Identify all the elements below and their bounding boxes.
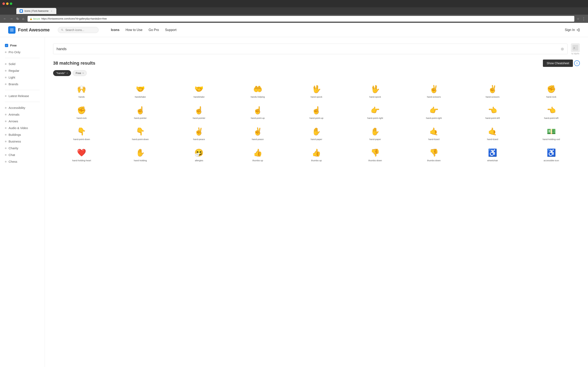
icon-item[interactable]: 🖖 hand-spock: [288, 81, 345, 100]
icon-item[interactable]: 👎 thumbs-down: [347, 145, 404, 164]
traffic-light-close[interactable]: [2, 2, 5, 5]
nav-support[interactable]: Support: [165, 28, 176, 32]
icon-label: hand-point-right: [426, 117, 442, 119]
sidebar-item-audio-video[interactable]: Audio & Video: [0, 125, 45, 131]
icon-item[interactable]: ✋ hand-paper: [347, 123, 404, 143]
info-button[interactable]: i: [574, 60, 580, 66]
header-search-bar[interactable]: [58, 27, 99, 33]
icon-item[interactable]: ✊ hand-rock: [53, 102, 110, 122]
refresh-button[interactable]: ↻: [16, 17, 20, 21]
icon-item[interactable]: 🙌 hands: [53, 81, 110, 100]
icon-item[interactable]: ♿ accessible-icon: [523, 145, 580, 164]
icon-item[interactable]: 🤝 handshake: [112, 81, 169, 100]
icon-label: hand-paper: [311, 138, 322, 141]
url-bar[interactable]: 🔒 Secure https://fontawesome.com/icons?d…: [27, 16, 574, 22]
sign-in-button[interactable]: Sign In: [565, 28, 580, 32]
icon-item[interactable]: 👈 hand-point-left: [523, 102, 580, 122]
sidebar-item-arrows[interactable]: Arrows: [0, 118, 45, 125]
icon-item[interactable]: 🤧 allergies: [171, 145, 228, 164]
sidebar-item-animals[interactable]: Animals: [0, 111, 45, 118]
icon-item[interactable]: ✌️ hand-peace: [171, 123, 228, 143]
content: Free Pro Only Solid Regular: [0, 37, 588, 367]
sidebar-item-charity[interactable]: Charity: [0, 145, 45, 151]
icon-item[interactable]: ☝️ hand-point-up: [288, 102, 345, 122]
icon-item[interactable]: ✌️ hand-scissors: [405, 81, 462, 100]
icon-item[interactable]: ❤️ hand-holding-heart: [53, 145, 110, 164]
forward-button[interactable]: →: [9, 17, 14, 21]
icon-item[interactable]: 💵 hand-holding-usd: [523, 123, 580, 143]
icon-item[interactable]: 🤙 hand-lizard: [405, 123, 462, 143]
svg-text:A: A: [573, 47, 575, 49]
sidebar-item-buildings[interactable]: Buildings: [0, 131, 45, 138]
sidebar-item-solid[interactable]: Solid: [0, 60, 45, 67]
icon-item[interactable]: ✊ hand-rock: [523, 81, 580, 100]
icon-label: hand-peace: [252, 138, 264, 141]
sidebar-item-chess[interactable]: Chess: [0, 158, 45, 165]
remove-hands-filter[interactable]: ×: [67, 72, 68, 75]
icon-item[interactable]: ☝️ hand-pointer: [112, 102, 169, 122]
icon-label: hand-paper: [369, 138, 381, 141]
sidebar-item-light[interactable]: Light: [0, 74, 45, 81]
sidebar-item-accessibility[interactable]: Accessibility: [0, 104, 45, 111]
icon-label: handshake: [194, 96, 205, 98]
nav-icons[interactable]: Icons: [111, 28, 120, 32]
icon-item[interactable]: 👍 thumbs-up: [229, 145, 286, 164]
main-search-input[interactable]: [57, 47, 559, 51]
home-button[interactable]: ⌂: [21, 17, 25, 21]
header-search-input[interactable]: [65, 28, 95, 32]
icon-item[interactable]: 👍 thumbs-up: [288, 145, 345, 164]
icon-item[interactable]: ✋ hand-holding: [112, 145, 169, 164]
icon-item[interactable]: 👉 hand-point-right: [405, 102, 462, 122]
category-dot: [5, 120, 7, 122]
sidebar-item-free[interactable]: Free: [0, 42, 45, 49]
icon-label: hand-peace: [193, 138, 205, 141]
nav-how-to-use[interactable]: How to Use: [126, 28, 143, 32]
icon-label: hand-holding-usd: [543, 138, 560, 141]
sidebar-item-business[interactable]: Business: [0, 138, 45, 145]
icon-item[interactable]: 🤝 handshake: [171, 81, 228, 100]
browser-tab[interactable]: Icons | Font Awesome ×: [16, 8, 56, 14]
traffic-light-maximize[interactable]: [10, 2, 12, 5]
menu-dots[interactable]: ⋮: [582, 17, 586, 21]
icon-item[interactable]: ✌️ hand-peace: [229, 123, 286, 143]
sidebar-item-pro-only[interactable]: Pro Only: [0, 49, 45, 55]
nav-go-pro[interactable]: Go Pro: [149, 28, 159, 32]
bookmark-icon[interactable]: ☆: [577, 17, 579, 20]
icon-item[interactable]: 👎 thumbs-down: [405, 145, 462, 164]
sidebar-item-regular[interactable]: Regular: [0, 67, 45, 74]
icon-svg: ✋: [135, 148, 145, 158]
icon-item[interactable]: ☝️ hand-pointer: [171, 102, 228, 122]
tab-close-button[interactable]: ×: [50, 9, 53, 12]
icon-item[interactable]: ♿ wheelchair: [464, 145, 521, 164]
cheatsheet-button[interactable]: Show Cheatsheet: [543, 59, 573, 67]
icon-label: hand-point-left: [485, 117, 500, 119]
icon-item[interactable]: 🖖 hand-spock: [347, 81, 404, 100]
icon-item[interactable]: 👉 hand-point-right: [347, 102, 404, 122]
filter-tag-hands[interactable]: "hands" ×: [53, 70, 71, 76]
icon-item[interactable]: ✌️ hand-scissors: [464, 81, 521, 100]
icon-svg: ✌️: [429, 84, 439, 94]
clear-search-button[interactable]: ⊗: [561, 47, 564, 51]
icon-item[interactable]: 🤙 hand-lizard: [464, 123, 521, 143]
icon-item[interactable]: 👈 hand-point-left: [464, 102, 521, 122]
icon-label: hand-holding: [134, 159, 147, 162]
icon-item[interactable]: 👇 hand-point-down: [112, 123, 169, 143]
remove-free-filter[interactable]: ×: [82, 72, 84, 75]
logo[interactable]: Font Awesome: [8, 26, 50, 34]
back-button[interactable]: ←: [2, 17, 7, 21]
sidebar-item-chat[interactable]: Chat: [0, 151, 45, 158]
sidebar-item-latest-release[interactable]: Latest Release: [0, 92, 45, 99]
icon-item[interactable]: ☝️ hand-point-up: [229, 102, 286, 122]
icon-item[interactable]: 🤲 hands-helping: [229, 81, 286, 100]
sidebar-item-brands[interactable]: Brands: [0, 81, 45, 87]
icon-svg: 🤙: [488, 127, 498, 136]
icon-label: hand-scissors: [427, 96, 441, 98]
icon-item[interactable]: ✋ hand-paper: [288, 123, 345, 143]
icon-svg: ☝️: [253, 105, 263, 115]
category-dot: [5, 161, 7, 162]
traffic-light-minimize[interactable]: [6, 2, 9, 5]
icon-item[interactable]: 👇 hand-point-down: [53, 123, 110, 143]
main-search-bar[interactable]: ⊗: [53, 44, 568, 54]
filter-tag-free[interactable]: Free ×: [73, 70, 87, 76]
free-checkbox: [5, 44, 8, 47]
